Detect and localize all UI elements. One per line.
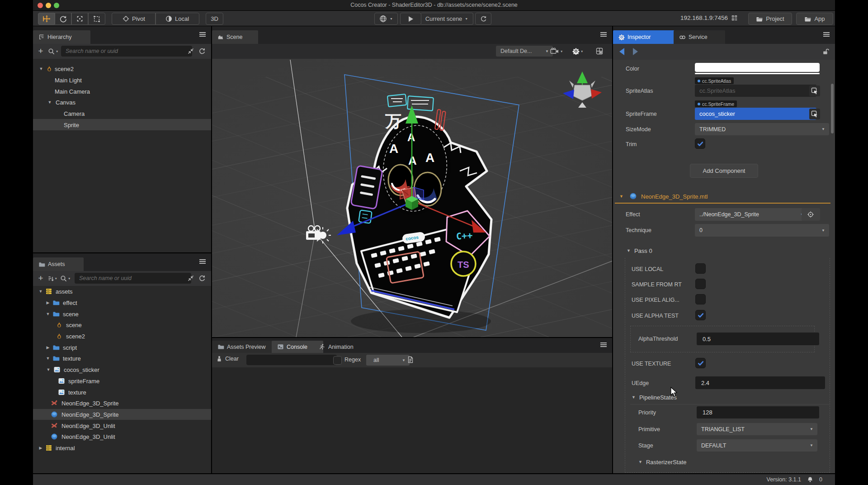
clear-console-button[interactable]: Clear [216, 356, 239, 362]
priority-input[interactable]: 128 [697, 406, 819, 418]
tree-row-effect[interactable]: ▶ effect [33, 297, 211, 309]
tab-service[interactable]: Service [674, 30, 725, 44]
nav-back-icon[interactable] [619, 48, 624, 55]
tab-hierarchy[interactable]: Hierarchy [33, 30, 90, 44]
display-mode-dropdown[interactable]: Default De... ▼ [496, 46, 553, 57]
hierarchy-search-input[interactable]: Search name or uuid [61, 46, 192, 57]
use-pixel-align-checkbox[interactable] [695, 294, 706, 304]
tab-scene[interactable]: Scene [212, 30, 258, 44]
search-filter-button[interactable]: ▼ [60, 275, 72, 282]
expand-arrow-icon[interactable]: ▼ [45, 356, 51, 361]
color-alpha-bar[interactable] [695, 73, 820, 74]
add-component-button[interactable]: Add Component [690, 164, 758, 178]
local-button[interactable]: Local [155, 13, 199, 25]
refresh-scene-button[interactable] [475, 13, 491, 25]
rotate-tool-button[interactable] [54, 13, 72, 25]
rasterizer-state-header[interactable]: ▼ RasterizerState [638, 457, 687, 466]
qr-code-icon[interactable] [731, 14, 738, 21]
tab-assets[interactable]: Assets [33, 257, 84, 271]
tree-row-canvas[interactable]: ▼ Canvas [33, 97, 211, 108]
move-tool-button[interactable] [38, 13, 55, 25]
nav-forward-icon[interactable] [633, 48, 638, 55]
stage-dropdown[interactable]: DEFAULT ▼ [697, 439, 817, 452]
tree-row-internal[interactable]: ▶ internal [33, 442, 211, 454]
assets-search-input[interactable]: Search name or uuid [75, 273, 191, 284]
tree-row-cocos-sticker[interactable]: ▼ cocos_sticker [33, 364, 211, 376]
lock-icon[interactable] [822, 48, 830, 56]
pass0-header[interactable]: ▼ Pass 0 [627, 246, 652, 255]
add-asset-button[interactable]: + [36, 273, 45, 283]
tree-row-texture-file[interactable]: texture [33, 386, 211, 398]
3d-mode-button[interactable]: 3D [206, 13, 223, 25]
tree-row-scene-folder[interactable]: ▼ scene [33, 308, 211, 319]
expand-arrow-icon[interactable]: ▶ [45, 345, 51, 350]
open-app-button[interactable]: App [796, 13, 833, 25]
play-button[interactable] [400, 13, 421, 25]
use-local-checkbox[interactable] [695, 263, 706, 274]
tree-row-scene2[interactable]: ▼ scene2 [33, 63, 211, 75]
assets-menu-icon[interactable] [199, 258, 207, 265]
add-node-button[interactable]: + [36, 46, 45, 56]
tab-inspector[interactable]: Inspector [613, 30, 684, 44]
tab-animation[interactable]: Animation [313, 341, 373, 353]
effect-dropdown[interactable]: ../NeonEdge_3D_Sprite ▼ [695, 208, 808, 221]
tree-row-neonedge-unlit-effect[interactable]: NeonEdge_3D_Unlit [33, 420, 211, 431]
tree-row-main-camera[interactable]: Main Camera [33, 86, 211, 97]
locate-effect-button[interactable] [802, 208, 820, 221]
use-texture-checkbox[interactable] [695, 358, 706, 368]
collapse-all-icon[interactable] [187, 48, 194, 55]
refresh-icon[interactable] [198, 275, 206, 282]
alpha-threshold-input[interactable]: 0.5 [697, 333, 819, 345]
tree-row-texture[interactable]: ▼ texture [33, 353, 211, 364]
material-header[interactable]: ▼ NeonEdge_3D_Sprite.mtl [613, 190, 835, 203]
sprite-frame-picker-button[interactable] [809, 109, 820, 119]
layout-button[interactable] [596, 47, 604, 56]
console-filter-input[interactable] [246, 355, 337, 365]
regex-checkbox[interactable] [333, 356, 342, 365]
tree-row-sprite[interactable]: Sprite [33, 119, 211, 130]
sort-assets-button[interactable]: ▼ [47, 275, 57, 282]
refresh-icon[interactable] [198, 48, 206, 55]
expand-arrow-icon[interactable]: ▼ [627, 248, 631, 253]
console-output[interactable] [212, 367, 612, 473]
use-alpha-test-checkbox[interactable] [695, 310, 706, 320]
color-swatch[interactable] [695, 63, 820, 72]
sample-from-rt-checkbox[interactable] [695, 279, 706, 289]
search-filter-button[interactable]: ▼ [48, 48, 60, 55]
tree-row-assets[interactable]: ▼ assets [33, 286, 211, 297]
expand-arrow-icon[interactable]: ▶ [38, 446, 43, 450]
expand-arrow-icon[interactable]: ▼ [632, 395, 636, 399]
inspector-menu-icon[interactable] [823, 31, 830, 38]
uedge-input[interactable]: 2.4 [695, 376, 825, 389]
camera-settings-button[interactable]: ▼ [550, 47, 565, 56]
expand-arrow-icon[interactable]: ▼ [638, 460, 642, 464]
tree-row-neonedge-sprite-material[interactable]: NeonEdge_3D_Sprite [33, 409, 211, 420]
expand-arrow-icon[interactable]: ▼ [38, 67, 44, 71]
console-menu-icon[interactable] [600, 342, 608, 348]
tree-row-scene2-file[interactable]: scene2 [33, 331, 211, 342]
expand-arrow-icon[interactable]: ▼ [46, 367, 51, 372]
preview-target-button[interactable]: ▼ [374, 13, 398, 25]
sprite-frame-field[interactable]: cocos_sticker [695, 108, 816, 120]
scale-tool-button[interactable] [71, 13, 89, 25]
hierarchy-menu-icon[interactable] [199, 31, 207, 38]
expand-arrow-icon[interactable]: ▼ [619, 194, 623, 199]
collapse-all-icon[interactable] [187, 275, 194, 282]
technique-dropdown[interactable]: 0 ▼ [695, 224, 829, 237]
tree-row-scene-file[interactable]: scene [33, 319, 211, 331]
sprite-atlas-field[interactable]: cc.SpriteAtlas [695, 85, 816, 97]
log-level-dropdown[interactable]: all ▼ [366, 355, 410, 366]
tree-row-script[interactable]: ▶ script [33, 342, 211, 353]
pivot-button[interactable]: Pivot [112, 13, 156, 25]
gizmo-settings-button[interactable]: ▼ [572, 47, 586, 56]
tree-row-camera[interactable]: Camera [33, 108, 211, 119]
bell-icon[interactable] [807, 476, 813, 483]
tree-row-main-light[interactable]: Main Light [33, 75, 211, 86]
preview-address[interactable]: 192.168.1.9:7456 [680, 14, 738, 21]
tree-row-neonedge-sprite-effect[interactable]: NeonEdge_3D_Sprite [33, 398, 211, 409]
sprite-atlas-picker-button[interactable] [809, 86, 820, 96]
rect-tool-button[interactable] [88, 13, 105, 25]
open-log-file-icon[interactable] [407, 356, 414, 363]
scene-select-dropdown[interactable]: Current scene ▼ [420, 13, 473, 25]
tree-row-spriteframe[interactable]: spriteFrame [33, 376, 211, 387]
